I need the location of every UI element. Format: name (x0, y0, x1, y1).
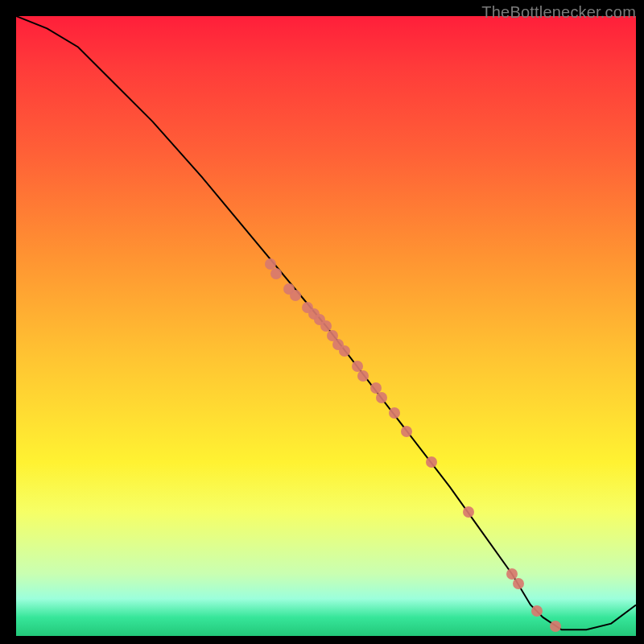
chart-data-point (389, 407, 400, 419)
watermark-text: TheBottlenecker.com (481, 3, 636, 22)
chart-data-point (463, 506, 474, 518)
chart-curve (16, 16, 636, 636)
chart-data-point (283, 283, 295, 295)
chart-data-point (426, 456, 437, 468)
chart-stage: TheBottlenecker.com (0, 0, 644, 644)
chart-data-point (357, 370, 369, 382)
chart-plot-area (16, 16, 636, 636)
chart-data-point (352, 361, 363, 372)
chart-data-point (401, 426, 412, 437)
chart-data-point (513, 578, 524, 589)
chart-data-point (327, 330, 338, 341)
chart-data-point (270, 268, 282, 279)
chart-data-point (531, 605, 543, 617)
chart-data-point (308, 308, 320, 320)
chart-data-point (370, 382, 382, 394)
chart-data-point (332, 339, 344, 350)
chart-data-point (320, 320, 332, 332)
chart-data-point (314, 314, 325, 325)
chart-data-point (265, 258, 276, 270)
chart-data-point (550, 621, 561, 632)
chart-data-point (506, 568, 518, 580)
chart-data-point (302, 302, 313, 313)
chart-data-point (290, 290, 301, 301)
chart-data-point (376, 392, 387, 403)
chart-data-point (339, 345, 350, 357)
